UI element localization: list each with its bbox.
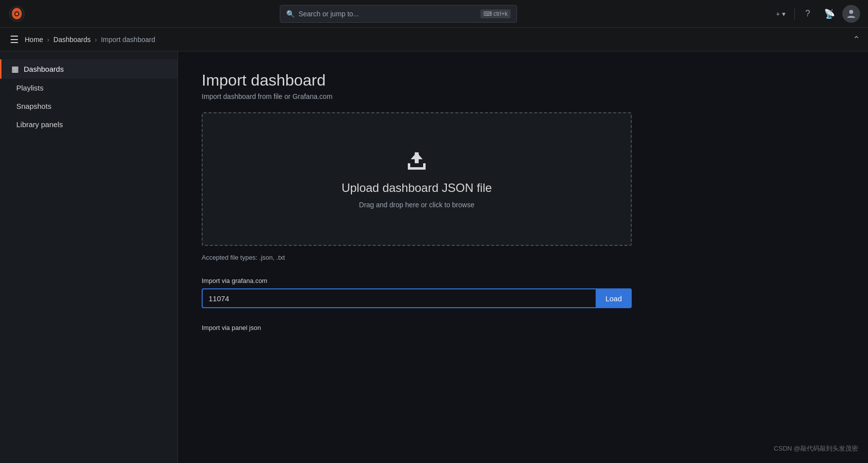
grafana-id-input[interactable] <box>202 288 596 308</box>
breadcrumb-home[interactable]: Home <box>25 36 43 44</box>
grafana-logo[interactable] <box>8 5 26 23</box>
search-shortcut: ⌨ ctrl+k <box>480 9 511 18</box>
upload-icon <box>405 149 429 175</box>
breadcrumb-dashboards[interactable]: Dashboards <box>53 36 91 44</box>
svg-rect-6 <box>408 167 426 170</box>
topnav-left <box>8 5 26 23</box>
topnav-center: 🔍 Search or jump to... ⌨ ctrl+k <box>26 5 771 23</box>
chevron-icon: ▾ <box>782 10 785 18</box>
sidebar-item-library-panels[interactable]: Library panels <box>0 115 177 134</box>
nav-divider <box>794 8 795 20</box>
breadcrumb-sep-2: › <box>95 36 97 44</box>
upload-title: Upload dashboard JSON file <box>342 181 492 195</box>
topnav-right: + ▾ ? 📡 <box>771 5 860 23</box>
upload-subtitle: Drag and drop here or click to browse <box>359 201 474 209</box>
sidebar-item-dashboards[interactable]: ▦ Dashboards <box>0 59 177 79</box>
sidebar-item-playlists[interactable]: Playlists <box>0 79 177 97</box>
page-subtitle: Import dashboard from file or Grafana.co… <box>202 93 844 100</box>
sidebar-item-label-snapshots: Snapshots <box>16 102 51 110</box>
grafana-import-label: Import via grafana.com <box>202 277 844 284</box>
svg-rect-8 <box>423 163 426 170</box>
help-button[interactable]: ? <box>799 5 817 23</box>
search-bar[interactable]: 🔍 Search or jump to... ⌨ ctrl+k <box>280 5 517 23</box>
main-content: Import dashboard Import dashboard from f… <box>178 51 868 463</box>
topnav: 🔍 Search or jump to... ⌨ ctrl+k + ▾ ? 📡 <box>0 0 868 28</box>
panel-json-label: Import via panel json <box>202 324 844 331</box>
search-icon: 🔍 <box>286 10 295 18</box>
accepted-types: Accepted file types: .json, .txt <box>202 254 844 261</box>
svg-point-2 <box>15 12 18 15</box>
plus-icon: + <box>776 10 780 18</box>
sidebar: ▦ Dashboards Playlists Snapshots Library… <box>0 51 178 463</box>
add-button[interactable]: + ▾ <box>771 5 790 23</box>
collapse-button[interactable]: ⌃ <box>853 34 860 45</box>
load-button[interactable]: Load <box>596 288 632 308</box>
sidebar-item-snapshots[interactable]: Snapshots <box>0 97 177 115</box>
breadcrumb-sep-1: › <box>47 36 49 44</box>
svg-rect-7 <box>408 163 410 170</box>
sidebar-item-label-playlists: Playlists <box>16 84 43 92</box>
layout: ▦ Dashboards Playlists Snapshots Library… <box>0 51 868 463</box>
watermark: CSDN @敲代码敲到头发茂密 <box>774 444 858 453</box>
breadcrumb-bar: ☰ Home › Dashboards › Import dashboard ⌃ <box>0 28 868 51</box>
dashboards-icon: ▦ <box>11 64 19 74</box>
upload-area[interactable]: Upload dashboard JSON file Drag and drop… <box>202 112 632 246</box>
avatar[interactable] <box>842 5 860 23</box>
grafana-input-row: Load <box>202 288 632 308</box>
hamburger-button[interactable]: ☰ <box>8 32 21 47</box>
svg-point-3 <box>849 10 853 14</box>
sidebar-item-label-library-panels: Library panels <box>16 120 63 129</box>
sidebar-item-label-dashboards: Dashboards <box>24 65 64 73</box>
page-title: Import dashboard <box>202 71 844 90</box>
breadcrumb-current: Import dashboard <box>101 36 155 44</box>
svg-marker-5 <box>411 152 423 159</box>
notifications-button[interactable]: 📡 <box>821 5 838 23</box>
search-placeholder: Search or jump to... <box>299 10 477 18</box>
